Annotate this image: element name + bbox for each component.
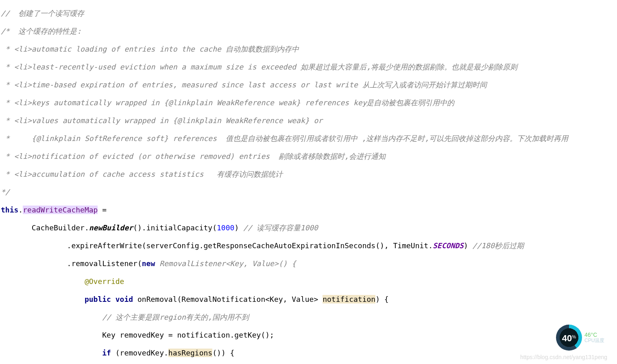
code-comment: * <li>values automatically wrapped in {@…	[1, 116, 323, 125]
code-editor[interactable]: // 创建了一个读写缓存 /* 这个缓存的特性是: * <li>automati…	[0, 0, 617, 364]
code-line: CacheBuilder.newBuilder().initialCapacit…	[1, 223, 616, 232]
code-comment: * <li>accumulation of cache access stati…	[1, 170, 283, 178]
cpu-label: CPU温度	[584, 338, 604, 343]
code-comment: // 这个主要是跟region有关的,国内用不到	[1, 313, 249, 321]
code-comment: */	[1, 188, 10, 196]
code-line: .removalListener(new RemovalListener<Key…	[1, 259, 616, 268]
code-line: this.readWriteCacheMap =	[1, 206, 616, 214]
code-comment: * <li>least-recently-used eviction when …	[1, 63, 517, 71]
code-comment: /* 这个缓存的特性是:	[1, 27, 81, 35]
code-comment: * {@linkplain SoftReference soft} refere…	[1, 134, 568, 143]
selected-field[interactable]: readWriteCacheMap	[23, 206, 98, 214]
code-line: .expireAfterWrite(serverConfig.getRespon…	[1, 241, 616, 250]
code-line: Key removedKey = notification.getKey();	[1, 331, 616, 340]
cpu-percent: 40	[562, 333, 572, 343]
cpu-temp: 46°C	[584, 332, 604, 338]
code-line: public void onRemoval(RemovalNotificatio…	[1, 295, 616, 304]
code-line: @Override	[1, 277, 616, 286]
cpu-side: 46°C CPU温度	[584, 332, 604, 343]
cpu-gauge-icon: 40%	[556, 325, 582, 351]
code-comment: // 创建了一个读写缓存	[1, 9, 84, 17]
code-line: if (removedKey.hasRegions()) {	[1, 349, 616, 358]
code-comment: * <li>notification of evicted (or otherw…	[1, 152, 386, 160]
code-comment: * <li>automatic loading of entries into …	[1, 45, 299, 53]
cpu-widget[interactable]: 40% 46°C CPU温度	[556, 321, 617, 354]
code-comment: * <li>time-based expiration of entries, …	[1, 80, 487, 89]
code-comment: * <li>keys automatically wrapped in {@li…	[1, 98, 454, 107]
